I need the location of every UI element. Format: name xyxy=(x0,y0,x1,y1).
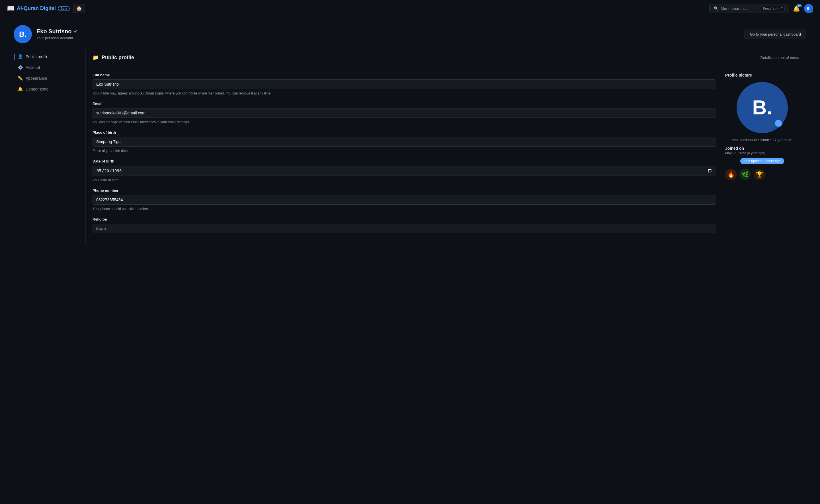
fullname-hint: Your name may appear around Al-Quran Dig… xyxy=(92,91,716,96)
search-bar[interactable]: 🔍 Menu search... Press "ctrl + /" xyxy=(709,4,789,13)
field-group-phone: Phone number Your phone should an active… xyxy=(92,188,716,211)
sidebar: 👤 Public profile ⚙️ Account ✏️ Appearanc… xyxy=(14,49,76,246)
profile-header: B. Eko Sutrisno ✔ Your personal account … xyxy=(0,17,820,49)
religion-input[interactable] xyxy=(92,224,716,233)
search-icon: 🔍 xyxy=(714,6,718,11)
avatar-accent-dot xyxy=(774,119,783,127)
field-group-religion: Religion xyxy=(92,217,716,233)
content-title: 📁 Public profile xyxy=(92,54,134,61)
date-of-birth-label: Date of birth xyxy=(92,159,716,163)
profile-card-title: Profile picture xyxy=(725,73,799,77)
content-header: 📁 Public profile Details content of menu xyxy=(86,49,806,66)
search-shortcut-hint: Press "ctrl + /" xyxy=(761,6,785,11)
right-panel: Profile picture B. eko_sutrisno96 • Isla… xyxy=(725,73,799,239)
form-section: Full name Your name may appear around Al… xyxy=(86,66,806,246)
avatar-initial: B. xyxy=(19,30,26,39)
main-layout: 👤 Public profile ⚙️ Account ✏️ Appearanc… xyxy=(0,49,820,246)
content-panel: 📁 Public profile Details content of menu… xyxy=(85,49,806,246)
avatar: B. xyxy=(14,25,32,43)
email-input[interactable] xyxy=(92,108,716,118)
fullname-input[interactable] xyxy=(92,79,716,89)
topnav-right: 🔍 Menu search... Press "ctrl + /" 🔔 5+ B… xyxy=(709,4,813,13)
email-label: Email xyxy=(92,102,716,106)
profile-card: Profile picture B. eko_sutrisno96 • Isla… xyxy=(725,73,799,180)
brand-name: Al-Quran Digital xyxy=(17,5,56,11)
warning-icon: 🔔 xyxy=(18,87,23,92)
sidebar-item-public-profile[interactable]: 👤 Public profile xyxy=(14,51,76,62)
home-button[interactable]: 🏠 xyxy=(73,4,85,13)
achievement-trophy: 🏆 xyxy=(754,169,765,180)
topnav-left: 📖 Al-Quran Digital Beta 🏠 xyxy=(7,4,85,13)
sidebar-label-public-profile: Public profile xyxy=(26,54,48,59)
user-avatar[interactable]: B. xyxy=(804,4,813,13)
big-profile-avatar: B. xyxy=(737,82,788,133)
achievement-fire: 🔥 xyxy=(725,169,737,180)
place-of-birth-input[interactable] xyxy=(92,137,716,147)
dashboard-button[interactable]: Go to your personal dashboard xyxy=(745,30,806,39)
pencil-icon: ✏️ xyxy=(18,76,23,81)
topnav: 📖 Al-Quran Digital Beta 🏠 🔍 Menu search.… xyxy=(0,0,820,17)
content-menu-hint: Details content of menu xyxy=(760,55,799,60)
brand-badge: Beta xyxy=(58,6,70,11)
verified-icon: ✔ xyxy=(74,29,77,34)
profile-name: Eko Sutrisno ✔ xyxy=(36,28,77,35)
sidebar-label-danger-zone: Danger zone xyxy=(26,87,48,91)
date-of-birth-hint: Your date of birth. xyxy=(92,178,716,183)
field-group-email: Email You can manage verified email addr… xyxy=(92,102,716,125)
field-group-date-of-birth: Date of birth Your date of birth. xyxy=(92,159,716,183)
folder-icon: 📁 xyxy=(92,54,99,61)
form-fields: Full name Your name may appear around Al… xyxy=(92,73,716,239)
place-of-birth-label: Place of birth xyxy=(92,130,716,135)
email-hint: You can manage verified email addresses … xyxy=(92,120,716,125)
date-of-birth-input[interactable] xyxy=(92,166,716,176)
achievement-leaf: 🌿 xyxy=(739,169,751,180)
gear-icon: ⚙️ xyxy=(18,65,23,70)
brand-icon: 📖 xyxy=(7,5,15,12)
joined-label: Joined on xyxy=(725,146,799,151)
search-placeholder-text: Menu search... xyxy=(721,6,747,11)
online-status-dot xyxy=(811,11,813,13)
brand-logo[interactable]: 📖 Al-Quran Digital Beta xyxy=(7,5,70,12)
profile-display-name: Eko Sutrisno xyxy=(36,28,71,35)
person-icon: 👤 xyxy=(18,54,23,59)
sidebar-item-appearance[interactable]: ✏️ Appearance xyxy=(14,73,76,84)
field-group-fullname: Full name Your name may appear around Al… xyxy=(92,73,716,96)
profile-info: Eko Sutrisno ✔ Your personal account xyxy=(36,28,77,40)
phone-label: Phone number xyxy=(92,188,716,193)
joined-date: May 26, 2022 (a year ago) xyxy=(725,151,799,155)
sidebar-label-account: Account xyxy=(26,65,40,70)
notification-button[interactable]: 🔔 5+ xyxy=(793,5,800,12)
profile-identity: B. Eko Sutrisno ✔ Your personal account xyxy=(14,25,77,43)
notification-badge: 5+ xyxy=(797,4,802,7)
big-avatar-initial: B. xyxy=(752,96,772,119)
fullname-label: Full name xyxy=(92,73,716,77)
profile-username-line: eko_sutrisno96 • Islam • 27 years old xyxy=(725,138,799,142)
achievement-icons: 🔥 🌿 🏆 xyxy=(725,169,799,180)
phone-input[interactable] xyxy=(92,195,716,205)
sidebar-label-appearance: Appearance xyxy=(26,76,47,81)
profile-subtitle: Your personal account xyxy=(36,36,77,40)
last-updated-badge: Last upated 8 hours ago xyxy=(740,158,784,164)
content-area: 📁 Public profile Details content of menu… xyxy=(76,49,806,246)
place-of-birth-hint: Place of your birth date. xyxy=(92,148,716,153)
phone-hint: Your phone should an active number. xyxy=(92,206,716,211)
sidebar-item-danger-zone[interactable]: 🔔 Danger zone xyxy=(14,84,76,94)
content-title-text: Public profile xyxy=(102,55,134,61)
field-group-place-of-birth: Place of birth Place of your birth date. xyxy=(92,130,716,153)
religion-label: Religion xyxy=(92,217,716,221)
user-initial: B. xyxy=(807,6,811,11)
sidebar-item-account[interactable]: ⚙️ Account xyxy=(14,62,76,73)
